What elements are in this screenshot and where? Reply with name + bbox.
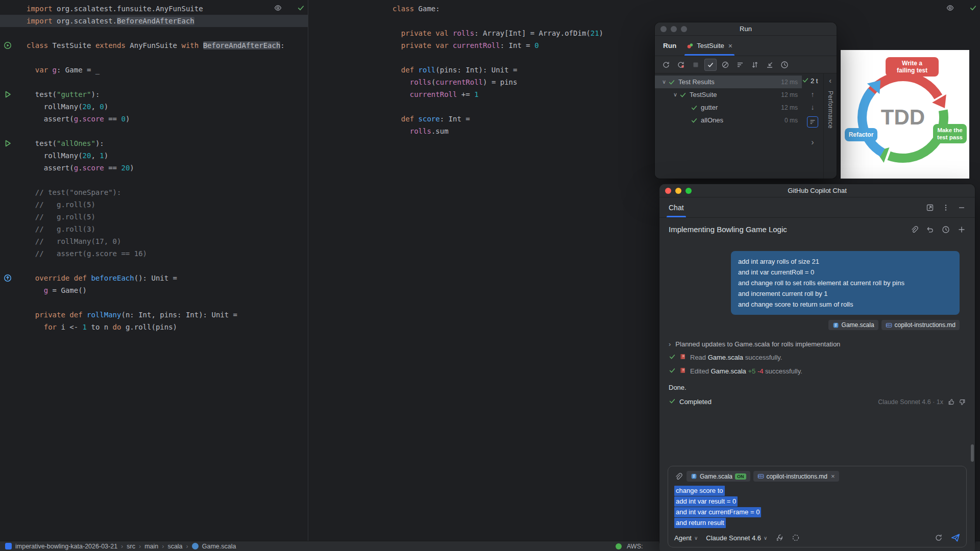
breadcrumb-item[interactable]: scala: [167, 543, 182, 550]
breadcrumb-separator: ›: [186, 543, 188, 550]
test-tree-row[interactable]: gutter12 ms: [655, 101, 802, 114]
model-selector[interactable]: Claude Sonnet 4.6∨: [706, 534, 767, 542]
chevron-down-icon[interactable]: ∨: [671, 91, 679, 98]
attachment-chip[interactable]: copilot-instructions.md×: [753, 471, 839, 482]
stop-process-icon[interactable]: [690, 59, 702, 71]
code-text: assert(g.score == 20): [0, 162, 134, 174]
previous-failed-test-icon[interactable]: ↑: [811, 91, 815, 98]
next-failed-test-icon[interactable]: ↓: [811, 104, 815, 111]
chat-input-text[interactable]: change score toadd int var result = 0and…: [674, 486, 960, 528]
model-usage-label: Claude Sonnet 4.6 · 1x: [878, 398, 943, 406]
thumbs-up-icon[interactable]: [948, 398, 955, 406]
code-line: test("allOnes"):: [0, 137, 308, 149]
breadcrumb-separator: ›: [121, 543, 123, 550]
code-text: for i <- 1 to n do g.roll(pins): [0, 321, 177, 333]
editor-testsuite[interactable]: import org.scalatest.funsuite.AnyFunSuit…: [0, 0, 308, 541]
chevron-down-icon: ∨: [694, 535, 698, 541]
thumbs-down-icon[interactable]: [959, 398, 966, 406]
tab-performance[interactable]: Performance: [827, 91, 834, 129]
attachment-name: copilot-instructions.md: [895, 321, 955, 329]
code-line: var g: Game = _: [0, 64, 308, 76]
code-text: def score: Int =: [309, 113, 470, 125]
attachment-chip[interactable]: Game.scala: [828, 320, 878, 330]
send-button[interactable]: [951, 533, 960, 542]
attachment-chip[interactable]: copilot-instructions.md: [881, 320, 960, 330]
markdown-file-icon: [886, 322, 892, 329]
regenerate-icon[interactable]: [935, 534, 943, 542]
run-test-gutter-icon[interactable]: [4, 90, 12, 98]
aws-status[interactable]: AWS:: [616, 543, 643, 550]
chat-window-titlebar[interactable]: GitHub Copilot Chat: [659, 184, 975, 197]
inspections-ok-icon[interactable]: [297, 4, 305, 12]
close-tab-icon[interactable]: ×: [728, 42, 732, 50]
attachment-chip[interactable]: Game.scalaON: [687, 471, 750, 482]
rerun-tests-icon[interactable]: [660, 59, 672, 71]
new-chat-icon[interactable]: [958, 226, 966, 234]
test-tree-row[interactable]: ∨TestSuite12 ms: [655, 88, 802, 101]
scrollbar-thumb[interactable]: [971, 444, 974, 462]
reader-mode-eye-icon[interactable]: [274, 4, 282, 12]
attach-file-icon[interactable]: [674, 472, 682, 481]
close-window-button[interactable]: [660, 26, 667, 32]
minimize-window-button[interactable]: [671, 26, 677, 32]
rerun-failed-tests-icon[interactable]: [675, 59, 687, 71]
project-icon: [5, 543, 12, 549]
close-window-button[interactable]: [665, 188, 671, 194]
show-ignored-icon[interactable]: [719, 59, 731, 71]
code-text: // g.roll(3): [0, 223, 95, 235]
context-usage-icon[interactable]: [792, 534, 800, 542]
open-in-editor-icon[interactable]: [926, 204, 934, 212]
mode-selector[interactable]: Agent∨: [674, 534, 698, 542]
tools-icon[interactable]: [775, 534, 783, 542]
attachment-name: Game.scala: [842, 321, 874, 329]
file-book-icon: [679, 353, 687, 362]
test-history-icon[interactable]: [778, 59, 791, 71]
test-duration: 12 ms: [781, 91, 798, 98]
breadcrumb-item[interactable]: main: [144, 543, 158, 550]
reader-mode-eye-icon[interactable]: [946, 4, 954, 12]
run-window-titlebar[interactable]: Run: [655, 22, 837, 36]
more-options-icon[interactable]: [942, 204, 950, 212]
run-test-gutter-icon[interactable]: [4, 139, 12, 147]
remove-attachment-icon[interactable]: ×: [831, 472, 835, 480]
sort-alphabetically-icon[interactable]: [734, 59, 746, 71]
show-passed-icon[interactable]: [704, 59, 717, 71]
chat-tab-actions: [926, 204, 966, 212]
test-passed-icon: [691, 104, 701, 111]
user-message-bubble: add int array rolls of size 21and int va…: [731, 251, 960, 315]
undo-edits-icon[interactable]: [926, 226, 934, 234]
sort-by-duration-icon[interactable]: [749, 59, 761, 71]
attach-context-icon[interactable]: [910, 226, 918, 234]
zoom-window-button[interactable]: [681, 26, 687, 32]
breadcrumb-item[interactable]: src: [127, 543, 135, 550]
code-line: override def beforeEach(): Unit =: [0, 272, 308, 284]
inspection-widget: [946, 4, 977, 12]
collapse-chevron-icon[interactable]: ‹: [829, 77, 831, 85]
run-class-gutter-icon[interactable]: [4, 41, 12, 49]
tab-chat[interactable]: Chat: [669, 197, 684, 217]
test-tree-row[interactable]: allOnes0 ms: [655, 114, 802, 127]
run-toolbar: [655, 56, 837, 73]
chat-history-icon[interactable]: [942, 226, 950, 234]
filter-tests-icon[interactable]: [807, 116, 818, 128]
breadcrumb-item[interactable]: imperative-bowling-kata-2026-03-21: [15, 543, 117, 550]
import-test-results-icon[interactable]: [764, 59, 776, 71]
hide-panel-icon[interactable]: [958, 204, 966, 212]
input-text-line: and int var currentFrame = 0: [674, 507, 761, 517]
chat-input-box[interactable]: Game.scalaONcopilot-instructions.md× cha…: [668, 466, 967, 547]
chevron-down-icon[interactable]: ∨: [660, 79, 668, 85]
scala-file-icon: [832, 322, 839, 329]
tests-passed-icon: [802, 77, 809, 85]
zoom-window-button[interactable]: [685, 188, 692, 194]
minimize-window-button[interactable]: [675, 188, 681, 194]
plan-collapsible-row[interactable]: › Planned updates to Game.scala for roll…: [669, 340, 966, 348]
run-tool-label[interactable]: Run: [663, 42, 676, 49]
override-gutter-icon[interactable]: [4, 274, 12, 282]
expand-panel-chevron-icon[interactable]: ›: [811, 138, 814, 146]
test-tree-row[interactable]: ∨Test Results12 ms: [655, 76, 802, 88]
breadcrumb-item[interactable]: Game.scala: [202, 543, 236, 550]
tab-testsuite[interactable]: TestSuite ×: [687, 36, 732, 56]
test-name: allOnes: [701, 116, 723, 124]
run-body: ∨Test Results12 ms∨TestSuite12 msgutter1…: [655, 73, 837, 179]
inspections-ok-icon[interactable]: [969, 4, 977, 12]
